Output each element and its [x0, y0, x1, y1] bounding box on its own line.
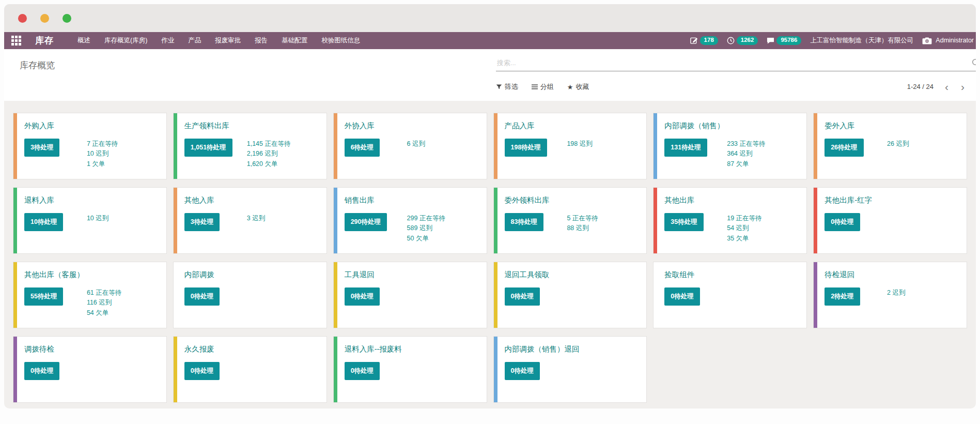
kanban-card[interactable]: 委外领料出库83待处理5 正在等待88 迟到: [493, 187, 647, 254]
nav-menu-item-7[interactable]: 校验图纸信息: [321, 36, 360, 45]
pending-button[interactable]: 290待处理: [345, 213, 387, 231]
pending-button[interactable]: 10待处理: [24, 213, 63, 231]
kanban-card[interactable]: 待检退回2待处理2 迟到: [813, 262, 967, 328]
pending-button[interactable]: 55待处理: [24, 287, 63, 306]
stat-line[interactable]: 54 欠单: [87, 308, 160, 318]
kanban-card[interactable]: 其他入库3待处理3 迟到: [173, 187, 327, 254]
kanban-card[interactable]: 委外入库26待处理26 迟到: [813, 113, 967, 179]
filter-button-star[interactable]: ★收藏: [567, 82, 589, 92]
pending-button[interactable]: 2待处理: [825, 287, 860, 306]
nav-menu-item-6[interactable]: 基础配置: [282, 36, 307, 45]
stat-line[interactable]: 7 正在等待: [87, 139, 160, 149]
kanban-card[interactable]: 产品入库198待处理198 迟到: [493, 113, 647, 179]
kanban-card[interactable]: 退料入库--报废料0待处理: [333, 336, 487, 403]
nav-badge-clock[interactable]: 1262: [727, 36, 758, 46]
nav-badge-chat[interactable]: 95786: [767, 36, 801, 46]
pending-button[interactable]: 0待处理: [345, 362, 380, 380]
stat-line[interactable]: 88 迟到: [567, 223, 640, 233]
card-title[interactable]: 永久报废: [184, 344, 320, 354]
stat-line[interactable]: 87 欠单: [727, 159, 800, 169]
card-title[interactable]: 生产领料出库: [184, 121, 320, 131]
stat-line[interactable]: 10 迟到: [87, 149, 160, 159]
card-title[interactable]: 委外入库: [825, 121, 960, 131]
kanban-card[interactable]: 内部调拨0待处理: [173, 262, 327, 328]
stat-line[interactable]: 3 迟到: [247, 214, 320, 223]
nav-menu-item-4[interactable]: 报废审批: [215, 36, 241, 45]
pending-button[interactable]: 0待处理: [825, 213, 860, 231]
card-title[interactable]: 外协入库: [345, 121, 480, 131]
pending-button[interactable]: 0待处理: [505, 362, 540, 380]
kanban-card[interactable]: 内部调拨（销售）131待处理233 正在等待364 迟到87 欠单: [653, 113, 807, 179]
stat-line[interactable]: 233 正在等待: [727, 139, 800, 149]
app-title[interactable]: 库存: [35, 35, 54, 47]
nav-menu-item-1[interactable]: 库存概览(库房): [104, 36, 147, 45]
kanban-card[interactable]: 退回工具领取0待处理: [493, 262, 647, 328]
pending-button[interactable]: 35待处理: [664, 213, 703, 231]
kanban-card[interactable]: 工具退回0待处理: [333, 262, 487, 328]
pending-button[interactable]: 0待处理: [345, 287, 380, 306]
stat-line[interactable]: 5 正在等待: [567, 214, 640, 223]
nav-menu-item-5[interactable]: 报告: [255, 36, 268, 45]
pending-button[interactable]: 0待处理: [184, 362, 220, 380]
nav-menu-item-3[interactable]: 产品: [188, 36, 201, 45]
pending-button[interactable]: 0待处理: [505, 287, 540, 306]
company-switcher[interactable]: 上工富怡智能制造（天津）有限公司: [810, 36, 913, 45]
search-input[interactable]: [496, 54, 976, 71]
pending-button[interactable]: 0待处理: [664, 287, 699, 306]
kanban-card[interactable]: 其他出库35待处理19 正在等待54 迟到35 欠单: [653, 187, 807, 254]
kanban-card[interactable]: 外购入库3待处理7 正在等待10 迟到1 欠单: [13, 113, 167, 179]
kanban-card[interactable]: 永久报废0待处理: [173, 336, 327, 403]
stat-line[interactable]: 1,620 欠单: [247, 159, 320, 169]
stat-line[interactable]: 198 迟到: [567, 139, 640, 149]
card-title[interactable]: 待检退回: [825, 270, 960, 280]
card-title[interactable]: 退回工具领取: [505, 270, 641, 280]
minimize-window-button[interactable]: [40, 14, 49, 23]
kanban-card[interactable]: 其他出库（客服）55待处理61 正在等待116 迟到54 欠单: [13, 262, 167, 328]
pager-next-button[interactable]: ›: [960, 81, 966, 92]
search-icon[interactable]: [972, 58, 976, 67]
card-title[interactable]: 工具退回: [345, 270, 480, 280]
stat-line[interactable]: 19 正在等待: [727, 214, 800, 223]
stat-line[interactable]: 589 迟到: [407, 223, 480, 233]
stat-line[interactable]: 26 迟到: [887, 139, 960, 149]
kanban-card[interactable]: 调拨待检0待处理: [13, 336, 167, 403]
pending-button[interactable]: 3待处理: [184, 213, 220, 231]
card-title[interactable]: 其他出库（客服）: [24, 270, 160, 280]
apps-grid-icon[interactable]: [11, 36, 21, 46]
card-title[interactable]: 委外领料出库: [505, 195, 641, 205]
pending-button[interactable]: 3待处理: [24, 139, 59, 157]
card-title[interactable]: 退料入库--报废料: [345, 344, 480, 354]
kanban-card[interactable]: 内部调拨（销售）退回0待处理: [493, 336, 647, 403]
pending-button[interactable]: 26待处理: [825, 139, 863, 157]
card-title[interactable]: 其他出库-红字: [825, 195, 960, 205]
card-title[interactable]: 其他出库: [664, 195, 800, 205]
card-title[interactable]: 外购入库: [24, 121, 160, 131]
kanban-card[interactable]: 退料入库10待处理10 迟到: [13, 187, 167, 254]
card-title[interactable]: 产品入库: [505, 121, 641, 131]
pending-button[interactable]: 0待处理: [184, 287, 220, 306]
stat-line[interactable]: 2,196 迟到: [247, 149, 320, 159]
close-window-button[interactable]: [18, 14, 27, 23]
kanban-card[interactable]: 捡取组件0待处理: [653, 262, 807, 328]
card-title[interactable]: 调拨待检: [24, 344, 160, 354]
filter-button-group[interactable]: 分组: [532, 82, 554, 92]
pending-button[interactable]: 198待处理: [505, 139, 547, 157]
nav-menu-item-0[interactable]: 概述: [77, 36, 90, 45]
kanban-card[interactable]: 生产领料出库1,051待处理1,145 正在等待2,196 迟到1,620 欠单: [173, 113, 327, 179]
stat-line[interactable]: 6 迟到: [407, 139, 480, 149]
filter-button-filter[interactable]: 筛选: [496, 82, 518, 92]
kanban-card[interactable]: 外协入库6待处理6 迟到: [333, 113, 487, 179]
stat-line[interactable]: 1 欠单: [87, 159, 160, 169]
pending-button[interactable]: 1,051待处理: [184, 139, 232, 157]
card-title[interactable]: 退料入库: [24, 195, 160, 205]
stat-line[interactable]: 364 迟到: [727, 149, 800, 159]
nav-badge-edit-note[interactable]: 178: [690, 36, 718, 46]
card-title[interactable]: 内部调拨（销售）退回: [505, 344, 641, 354]
stat-line[interactable]: 50 欠单: [407, 234, 480, 244]
card-title[interactable]: 销售出库: [345, 195, 480, 205]
stat-line[interactable]: 54 迟到: [727, 223, 800, 233]
maximize-window-button[interactable]: [63, 14, 71, 23]
stat-line[interactable]: 2 迟到: [887, 288, 960, 298]
pager-prev-button[interactable]: ‹: [944, 81, 950, 92]
pending-button[interactable]: 131待处理: [664, 139, 707, 157]
